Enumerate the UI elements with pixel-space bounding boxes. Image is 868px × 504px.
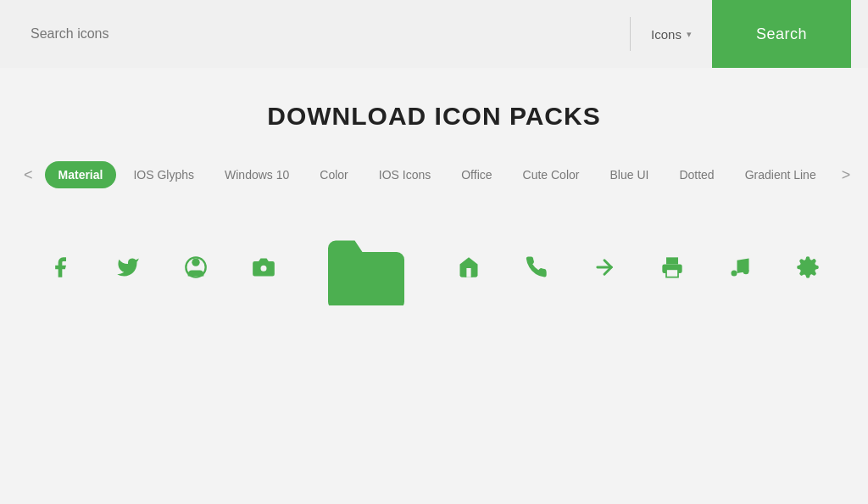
page-title: DOWNLOAD ICON PACKS <box>267 102 600 131</box>
facebook-icon <box>48 255 72 279</box>
tab-material[interactable]: Material <box>45 161 117 188</box>
tab-gradient-line[interactable]: Gradient Line <box>732 161 830 188</box>
tab-dotted[interactable]: Dotted <box>665 161 727 188</box>
next-arrow[interactable]: > <box>835 163 858 188</box>
arrow-right-icon <box>593 255 616 279</box>
tab-windows-10[interactable]: Windows 10 <box>211 161 303 188</box>
prev-arrow[interactable]: < <box>17 163 40 188</box>
icons-dropdown[interactable]: Icons ▾ <box>631 0 712 68</box>
svg-point-7 <box>743 268 749 274</box>
user-circle-icon <box>184 255 208 279</box>
twitter-icon <box>116 255 140 279</box>
svg-point-0 <box>192 259 199 266</box>
search-input-wrapper <box>17 0 630 68</box>
tab-cute-color[interactable]: Cute Color <box>509 161 593 188</box>
search-button[interactable]: Search <box>712 0 851 68</box>
tab-ios-glyphs[interactable]: IOS Glyphs <box>120 161 208 188</box>
tab-blue-ui[interactable]: Blue UI <box>596 161 662 188</box>
tab-ios-icons[interactable]: IOS Icons <box>365 161 444 188</box>
phone-icon <box>525 255 548 279</box>
search-bar: Icons ▾ Search <box>0 0 868 68</box>
main-content: DOWNLOAD ICON PACKS < Material IOS Glyph… <box>0 68 868 504</box>
icons-showcase <box>0 229 868 305</box>
folder-icon <box>320 229 413 305</box>
tab-color[interactable]: Color <box>306 161 361 188</box>
dropdown-label: Icons <box>651 27 682 42</box>
category-tabs: < Material IOS Glyphs Windows 10 Color I… <box>0 161 868 188</box>
svg-rect-5 <box>666 269 678 277</box>
chevron-down-icon: ▾ <box>687 29 692 40</box>
home-icon <box>457 255 481 279</box>
tabs-list: Material IOS Glyphs Windows 10 Color IOS… <box>45 161 830 188</box>
svg-point-6 <box>732 271 737 277</box>
tab-office[interactable]: Office <box>448 161 505 188</box>
settings-icon <box>796 255 820 279</box>
printer-icon <box>660 255 684 279</box>
camera-icon <box>252 255 275 279</box>
search-input[interactable] <box>31 26 616 42</box>
music-icon <box>728 255 752 279</box>
